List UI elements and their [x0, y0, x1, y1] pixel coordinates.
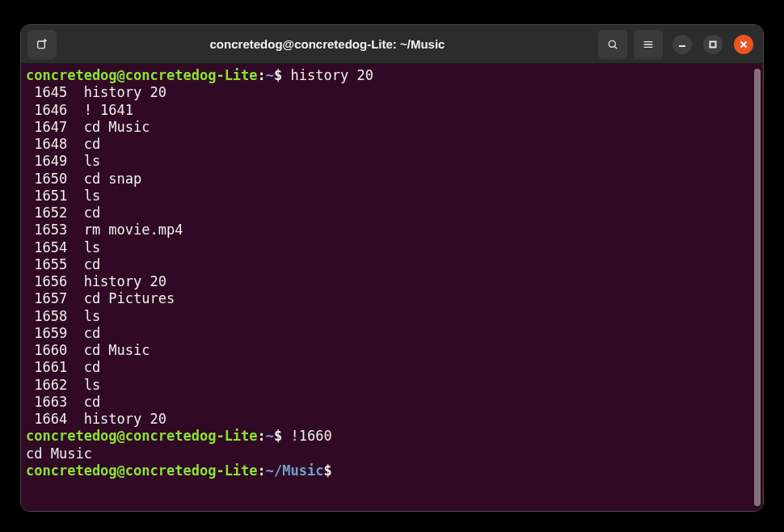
history-row: 1653 rm movie.mp4 — [26, 222, 183, 238]
history-row: 1657 cd Pictures — [26, 290, 175, 306]
history-row: 1661 cd — [26, 359, 100, 375]
search-icon — [606, 38, 619, 51]
history-row: 1645 history 20 — [26, 84, 166, 100]
history-row: 1654 ls — [26, 239, 100, 255]
history-row: 1648 cd — [26, 136, 100, 152]
history-row: 1647 cd Music — [26, 119, 150, 135]
prompt-command: history 20 — [291, 67, 373, 83]
maximize-icon — [709, 40, 717, 49]
history-row: 1658 ls — [26, 308, 100, 324]
titlebar: concretedog@concretedog-Lite: ~/Music — [21, 25, 763, 64]
prompt-user-host: concretedog@concretedog-Lite — [26, 428, 258, 444]
prompt-path: ~ — [266, 428, 274, 444]
history-row: 1652 cd — [26, 205, 100, 221]
prompt-path: ~ — [266, 67, 274, 83]
new-tab-button[interactable] — [27, 30, 57, 59]
history-row: 1664 history 20 — [26, 411, 166, 427]
history-row: 1646 ! 1641 — [26, 102, 133, 118]
terminal-area: concretedog@concretedog-Lite:~$ history … — [21, 64, 763, 511]
prompt-dollar: $ — [274, 67, 290, 83]
minimize-button[interactable] — [672, 35, 692, 54]
svg-rect-0 — [38, 41, 45, 49]
svg-line-4 — [614, 46, 617, 49]
prompt-colon: : — [258, 67, 266, 83]
history-row: 1662 ls — [26, 377, 100, 393]
terminal[interactable]: concretedog@concretedog-Lite:~$ history … — [21, 64, 763, 511]
prompt-dollar: $ — [274, 428, 290, 444]
close-button[interactable] — [734, 35, 753, 54]
svg-point-3 — [609, 40, 615, 47]
minimize-icon — [678, 40, 686, 49]
history-row: 1649 ls — [26, 153, 100, 169]
history-row: 1656 history 20 — [26, 273, 166, 289]
prompt-command: !1660 — [291, 428, 332, 444]
close-icon — [740, 40, 748, 49]
svg-rect-9 — [710, 41, 716, 47]
scrollbar[interactable] — [754, 69, 761, 506]
maximize-button[interactable] — [703, 35, 723, 54]
menu-button[interactable] — [634, 30, 663, 59]
prompt-colon: : — [258, 462, 266, 479]
search-button[interactable] — [598, 30, 627, 59]
prompt-path: ~/Music — [266, 462, 324, 479]
echoed-command: cd Music — [26, 445, 92, 462]
window-controls — [672, 35, 753, 54]
new-tab-icon — [36, 38, 48, 51]
history-output: 1645 history 20 1646 ! 1641 1647 cd Musi… — [26, 84, 758, 428]
hamburger-icon — [642, 38, 655, 51]
history-row: 1660 cd Music — [26, 342, 150, 358]
terminal-window: concretedog@concretedog-Lite: ~/Music co… — [20, 24, 764, 512]
history-row: 1663 cd — [26, 394, 100, 410]
prompt-colon: : — [258, 428, 266, 444]
prompt-user-host: concretedog@concretedog-Lite — [26, 67, 258, 83]
history-row: 1651 ls — [26, 188, 100, 204]
window-title: concretedog@concretedog-Lite: ~/Music — [63, 37, 592, 51]
prompt-user-host: concretedog@concretedog-Lite — [26, 462, 258, 479]
history-row: 1659 cd — [26, 325, 100, 341]
prompt-dollar: $ — [323, 462, 339, 479]
history-row: 1655 cd — [26, 256, 100, 272]
history-row: 1650 cd snap — [26, 171, 141, 187]
